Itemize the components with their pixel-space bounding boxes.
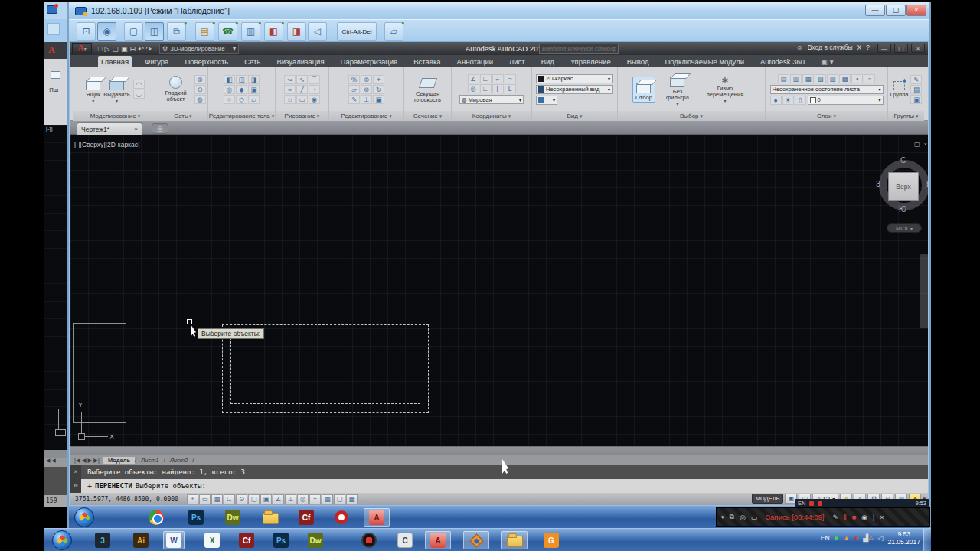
remote-taskbar-opera-icon[interactable]	[331, 508, 352, 527]
icon-glyph[interactable]: ▤	[910, 85, 922, 94]
host-taskbar-explorer-icon[interactable]	[501, 531, 528, 549]
icon-glyph[interactable]: ▣	[910, 95, 922, 104]
icon-glyph[interactable]: ◡	[133, 90, 145, 99]
viewer-close-button[interactable]: ×	[906, 5, 926, 16]
layout-tab-list1[interactable]: Лист1	[136, 457, 163, 464]
ribbon-display-toggle[interactable]: ▣ ▾	[818, 56, 836, 67]
first-layout-icon[interactable]: |◀	[74, 457, 80, 464]
icon-glyph[interactable]: ✎	[348, 95, 360, 104]
group-button[interactable]: ★Группа	[890, 81, 909, 98]
show-desktop-button[interactable]	[923, 529, 931, 551]
file-transfer-button[interactable]: ▤	[195, 22, 214, 41]
icon-glyph[interactable]: ⊕	[194, 75, 206, 84]
icon-glyph[interactable]: ▦	[211, 494, 223, 504]
tab-vyvod[interactable]: Вывод	[624, 56, 652, 67]
icon-glyph[interactable]: ▯	[795, 96, 806, 105]
icon-glyph[interactable]: ⊚	[361, 85, 372, 94]
section-plane-button[interactable]: Секущая плоскость	[408, 75, 448, 103]
icon-glyph[interactable]: ∠	[468, 74, 479, 83]
panel-title[interactable]: Слои	[766, 111, 887, 121]
zoom-view-button[interactable]: ◉	[97, 22, 116, 41]
redo-icon[interactable]: ↷	[145, 45, 152, 53]
icon-glyph[interactable]: ⊙	[236, 494, 247, 504]
host-taskbar-recorder-icon[interactable]	[358, 531, 380, 549]
icon-glyph[interactable]: ∟	[224, 494, 235, 504]
panel-title[interactable]: Редактирование тела	[208, 111, 275, 121]
autocad-app-button[interactable]: A▾	[72, 43, 92, 54]
view-only-button[interactable]: ◫	[145, 22, 164, 41]
tray-recorder-icon[interactable]: ●	[854, 534, 858, 542]
undo-icon[interactable]: ↶	[138, 45, 144, 53]
recorder-camera-icon[interactable]: ◉	[861, 514, 867, 521]
remote-clock[interactable]: 9:53	[915, 500, 926, 507]
icon-glyph[interactable]: ▤	[778, 74, 789, 83]
panel-title[interactable]: Рисование	[276, 111, 328, 121]
icon-glyph[interactable]: ▩	[839, 74, 851, 83]
command-close-icon[interactable]: ×	[74, 468, 78, 475]
vp-minimize-icon[interactable]: —	[904, 141, 910, 148]
icon-glyph[interactable]: ◧	[224, 75, 235, 84]
icon-glyph[interactable]: ≈	[284, 85, 296, 94]
prev-layout-icon[interactable]: ◀	[82, 457, 87, 464]
icon-glyph[interactable]: ∠	[273, 494, 284, 504]
icon-glyph[interactable]: ◉	[309, 95, 320, 104]
viewport-controls-label[interactable]: [-][Сверху][2D-каркас]	[74, 141, 139, 148]
panel-title[interactable]: Сечение	[404, 111, 451, 121]
acad-close-button[interactable]: ×	[911, 44, 925, 53]
recorder-close-icon[interactable]: ×	[880, 514, 884, 521]
viewcube-south[interactable]: Ю	[899, 205, 906, 214]
clipboard-button[interactable]: ▥	[241, 22, 260, 41]
tab-set[interactable]: Сеть	[241, 56, 263, 67]
panel-title[interactable]: Выбор	[618, 111, 765, 121]
command-wrench-icon[interactable]: ⚙	[74, 482, 78, 489]
drawing-canvas[interactable]: [-][Сверху][2D-каркас] — ▢ × С З В Ю Вер…	[70, 135, 928, 446]
icon-glyph[interactable]: ▥	[790, 74, 802, 83]
smooth-object-button[interactable]: Гладкий объект	[161, 76, 191, 103]
panel-title[interactable]: Группы	[888, 111, 924, 121]
tab-vstavka[interactable]: Вставка	[410, 56, 443, 67]
tab-poverhnost[interactable]: Поверхность	[181, 56, 231, 67]
viewcube-west[interactable]: З	[876, 180, 880, 188]
icon-glyph[interactable]: ▦	[802, 74, 814, 83]
host-taskbar-autocad-icon[interactable]: A	[425, 531, 451, 549]
icon-glyph[interactable]: +	[187, 494, 198, 504]
tab-figura[interactable]: Фигура	[142, 56, 172, 67]
icon-glyph[interactable]: ▫	[864, 74, 875, 83]
tab-upravlenie[interactable]: Управление	[567, 56, 614, 67]
icon-glyph[interactable]: ◆	[236, 85, 247, 94]
panel-title[interactable]: Сеть	[158, 111, 207, 121]
acad-minimize-button[interactable]: —	[877, 44, 891, 53]
icon-glyph[interactable]: ▣	[373, 95, 384, 104]
help-button[interactable]: ?	[866, 44, 870, 51]
icon-glyph[interactable]: ◨	[248, 75, 260, 84]
sign-in-button[interactable]: Вход в службы	[808, 44, 853, 51]
wcs-button[interactable]: МСК▾	[887, 223, 922, 233]
icon-glyph[interactable]: ✎	[910, 75, 922, 84]
no-filter-button[interactable]: Без фильтра▾	[663, 72, 692, 107]
new-drawing-tab-button[interactable]: ◎	[152, 123, 168, 134]
viewcube-north[interactable]: С	[900, 156, 906, 165]
remote-taskbar-coldfusion-icon[interactable]: Cf	[296, 508, 317, 527]
icon-glyph[interactable]: ◇	[236, 95, 247, 104]
extrude-button[interactable]: Выдавить▾	[103, 75, 129, 104]
navigation-bar[interactable]	[920, 254, 928, 328]
exchange-icon[interactable]: X	[858, 44, 862, 51]
icon-glyph[interactable]: ▱	[348, 85, 360, 94]
icon-glyph[interactable]: ●	[770, 96, 782, 105]
icon-glyph[interactable]: ⊖	[194, 85, 206, 94]
autocad-titlebar[interactable]: A▾ □ ▷ ▢ ▣ ⊟ ↶ ↷ ⚙ 3D-моделирование ▾ Au…	[70, 42, 928, 55]
horizontal-scrollbar[interactable]	[70, 446, 928, 455]
network-icon[interactable]: ▟	[863, 534, 868, 542]
ctrl-alt-del-button[interactable]: Ctrl-Alt-Del	[337, 22, 377, 41]
tab-parametrizacia[interactable]: Параметризация	[338, 56, 401, 67]
visual-style-dropdown[interactable]: 2D-каркас▾	[536, 74, 612, 83]
speaker-muted-icon[interactable]: ◁	[878, 534, 884, 542]
icon-glyph[interactable]: ◎	[224, 85, 235, 94]
remote-taskbar-chrome-icon[interactable]	[145, 508, 167, 527]
icon-glyph[interactable]: ◔	[309, 85, 320, 94]
icon-glyph[interactable]: ▨	[827, 74, 838, 83]
icon-glyph[interactable]: ∿	[296, 75, 308, 84]
icon-glyph[interactable]: ▭	[199, 494, 211, 504]
host-taskbar-photoshop-icon[interactable]: Ps	[270, 531, 292, 549]
recorder-frame-icon[interactable]: ▭	[751, 514, 758, 521]
